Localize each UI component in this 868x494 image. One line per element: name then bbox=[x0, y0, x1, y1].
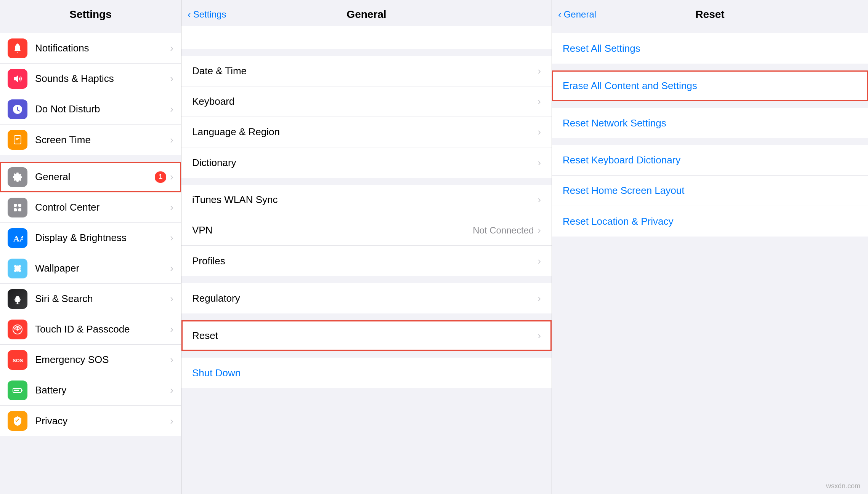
sidebar-item-screentime[interactable]: Screen Time › bbox=[0, 125, 181, 155]
sidebar-item-general[interactable]: General 1 › bbox=[0, 162, 181, 192]
sidebar-item-displaybrightness[interactable]: AA Display & Brightness › bbox=[0, 223, 181, 253]
right-back-button[interactable]: ‹ General bbox=[558, 9, 596, 21]
screentime-chevron: › bbox=[170, 134, 173, 146]
svg-text:SOS: SOS bbox=[13, 358, 23, 363]
sidebar-item-wallpaper[interactable]: Wallpaper › bbox=[0, 253, 181, 284]
middle-back-button[interactable]: ‹ Settings bbox=[188, 9, 226, 21]
donotdisturb-icon bbox=[8, 99, 27, 119]
general-badge: 1 bbox=[155, 171, 166, 183]
sidebar-item-sounds[interactable]: Sounds & Haptics › bbox=[0, 64, 181, 94]
resethome-label: Reset Home Screen Layout bbox=[563, 185, 857, 197]
controlcenter-label: Control Center bbox=[35, 201, 170, 213]
profiles-label: Profiles bbox=[192, 255, 537, 267]
gen-item-overflow[interactable] bbox=[181, 26, 552, 49]
itunes-label: iTunes WLAN Sync bbox=[192, 194, 537, 206]
gen-item-reset[interactable]: Reset › bbox=[181, 320, 552, 351]
wallpaper-chevron: › bbox=[170, 262, 173, 274]
reset-item-resetlocation[interactable]: Reset Location & Privacy bbox=[552, 206, 868, 237]
middle-back-chevron: ‹ bbox=[188, 9, 191, 21]
middle-top-section bbox=[181, 26, 552, 49]
left-section-2: General 1 › Control Center › bbox=[0, 162, 181, 436]
displaybrightness-chevron: › bbox=[170, 232, 173, 244]
reset-item-resetkeyboard[interactable]: Reset Keyboard Dictionary bbox=[552, 145, 868, 176]
dictionary-chevron: › bbox=[537, 157, 541, 169]
svg-rect-3 bbox=[14, 208, 17, 211]
gen-item-keyboard[interactable]: Keyboard › bbox=[181, 86, 552, 117]
svg-rect-4 bbox=[18, 208, 21, 211]
svg-rect-19 bbox=[21, 390, 22, 391]
datetime-label: Date & Time bbox=[192, 65, 537, 77]
svg-text:AA: AA bbox=[13, 234, 23, 243]
right-section-3: Reset Network Settings bbox=[552, 108, 868, 138]
language-chevron: › bbox=[537, 126, 541, 138]
reset-item-resethome[interactable]: Reset Home Screen Layout bbox=[552, 176, 868, 206]
vpn-value: Not Connected bbox=[473, 225, 534, 236]
right-section-4: Reset Keyboard Dictionary Reset Home Scr… bbox=[552, 145, 868, 237]
reset-item-resetnetwork[interactable]: Reset Network Settings bbox=[552, 108, 868, 138]
itunes-chevron: › bbox=[537, 194, 541, 206]
resetnetwork-label: Reset Network Settings bbox=[563, 117, 857, 129]
svg-rect-2 bbox=[18, 204, 21, 207]
reset-label: Reset bbox=[192, 330, 537, 342]
svg-point-9 bbox=[14, 270, 16, 272]
screentime-label: Screen Time bbox=[35, 134, 170, 146]
eraseall-label: Erase All Content and Settings bbox=[563, 80, 857, 92]
keyboard-label: Keyboard bbox=[192, 96, 537, 107]
battery-chevron: › bbox=[170, 384, 173, 396]
svg-point-8 bbox=[19, 265, 21, 267]
middle-header: ‹ Settings General bbox=[181, 0, 552, 26]
sidebar-item-donotdisturb[interactable]: Do Not Disturb › bbox=[0, 94, 181, 125]
middle-content: Date & Time › Keyboard › Language & Regi… bbox=[181, 26, 552, 494]
middle-title: General bbox=[347, 8, 386, 21]
sidebar-item-touchid[interactable]: Touch ID & Passcode › bbox=[0, 314, 181, 345]
gen-item-datetime[interactable]: Date & Time › bbox=[181, 56, 552, 86]
sidebar-item-notifications[interactable]: Notifications › bbox=[0, 33, 181, 64]
gen-item-dictionary[interactable]: Dictionary › bbox=[181, 147, 552, 178]
left-title: Settings bbox=[69, 8, 111, 21]
donotdisturb-chevron: › bbox=[170, 103, 173, 115]
gen-item-vpn[interactable]: VPN Not Connected › bbox=[181, 215, 552, 246]
middle-section-3: Regulatory › bbox=[181, 283, 552, 313]
right-content: Reset All Settings Erase All Content and… bbox=[552, 26, 868, 494]
gen-item-regulatory[interactable]: Regulatory › bbox=[181, 283, 552, 313]
sidebar-item-sirisearch[interactable]: Siri & Search › bbox=[0, 284, 181, 314]
regulatory-chevron: › bbox=[537, 293, 541, 304]
displaybrightness-icon: AA bbox=[8, 228, 27, 248]
sirisearch-icon bbox=[8, 289, 27, 309]
gen-item-profiles[interactable]: Profiles › bbox=[181, 246, 552, 276]
gen-item-shutdown[interactable]: Shut Down bbox=[181, 358, 552, 388]
sidebar-item-privacy[interactable]: Privacy › bbox=[0, 406, 181, 436]
general-label: General bbox=[35, 171, 155, 183]
keyboard-chevron: › bbox=[537, 96, 541, 107]
privacy-chevron: › bbox=[170, 415, 173, 427]
emergencysos-icon: SOS bbox=[8, 350, 27, 370]
middle-section-4: Reset › bbox=[181, 320, 552, 351]
datetime-chevron: › bbox=[537, 65, 541, 77]
sirisearch-label: Siri & Search bbox=[35, 293, 170, 305]
notifications-label: Notifications bbox=[35, 42, 170, 54]
svg-point-15 bbox=[16, 328, 19, 331]
emergencysos-label: Emergency SOS bbox=[35, 354, 170, 366]
language-label: Language & Region bbox=[192, 126, 537, 138]
gen-item-language[interactable]: Language & Region › bbox=[181, 117, 552, 147]
resetlocation-label: Reset Location & Privacy bbox=[563, 216, 857, 227]
reset-item-eraseall[interactable]: Erase All Content and Settings bbox=[552, 70, 868, 101]
svg-point-10 bbox=[19, 270, 21, 272]
right-section-1: Reset All Settings bbox=[552, 33, 868, 64]
left-content: Notifications › Sounds & Haptics › bbox=[0, 26, 181, 494]
regulatory-label: Regulatory bbox=[192, 293, 537, 304]
privacy-label: Privacy bbox=[35, 415, 170, 427]
emergencysos-chevron: › bbox=[170, 354, 173, 366]
left-section-1: Notifications › Sounds & Haptics › bbox=[0, 33, 181, 155]
sidebar-item-emergencysos[interactable]: SOS Emergency SOS › bbox=[0, 345, 181, 375]
gen-item-itunes[interactable]: iTunes WLAN Sync › bbox=[181, 185, 552, 215]
reset-item-resetall[interactable]: Reset All Settings bbox=[552, 33, 868, 64]
middle-section-1: Date & Time › Keyboard › Language & Regi… bbox=[181, 56, 552, 178]
notifications-chevron: › bbox=[170, 42, 173, 54]
middle-section-2: iTunes WLAN Sync › VPN Not Connected › P… bbox=[181, 185, 552, 276]
sidebar-item-controlcenter[interactable]: Control Center › bbox=[0, 192, 181, 223]
left-column: Settings Notifications › Sounds & bbox=[0, 0, 181, 494]
sidebar-item-battery[interactable]: Battery › bbox=[0, 375, 181, 406]
general-chevron: › bbox=[170, 171, 173, 183]
dictionary-label: Dictionary bbox=[192, 157, 537, 169]
